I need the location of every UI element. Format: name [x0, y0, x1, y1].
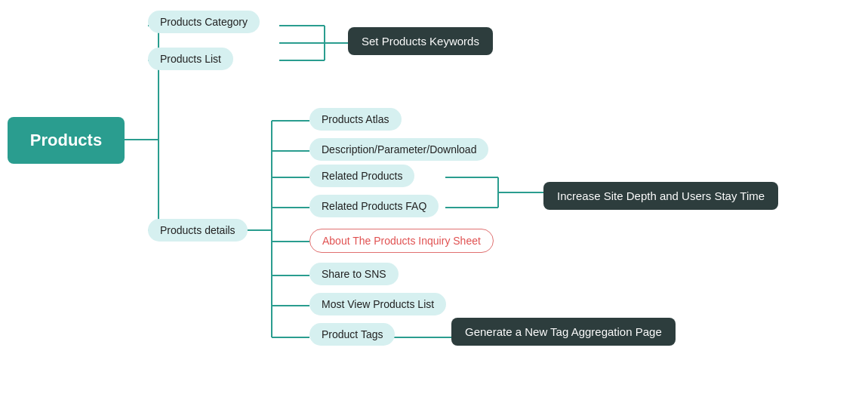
node-new-agg-page: Generate a New Tag Aggregation Page	[451, 318, 676, 346]
node-set-keywords: Set Products Keywords	[348, 27, 493, 55]
mindmap-diagram: Products Products Category Products List…	[0, 0, 868, 397]
node-products-category: Products Category	[148, 11, 260, 33]
root-node: Products	[8, 117, 125, 164]
node-related-products: Related Products	[309, 165, 414, 187]
node-desc-param: Description/Parameter/Download	[309, 138, 488, 161]
node-products-details: Products details	[148, 219, 248, 242]
node-share-sns: Share to SNS	[309, 263, 399, 285]
node-related-products-faq: Related Products FAQ	[309, 195, 439, 217]
node-inquiry-sheet: About The Products Inquiry Sheet	[309, 229, 494, 253]
node-product-tags: Product Tags	[309, 323, 395, 346]
node-increase-depth: Increase Site Depth and Users Stay Time	[543, 182, 778, 210]
node-most-view: Most View Products List	[309, 293, 446, 315]
node-products-atlas: Products Atlas	[309, 108, 402, 131]
node-products-list: Products List	[148, 48, 233, 70]
